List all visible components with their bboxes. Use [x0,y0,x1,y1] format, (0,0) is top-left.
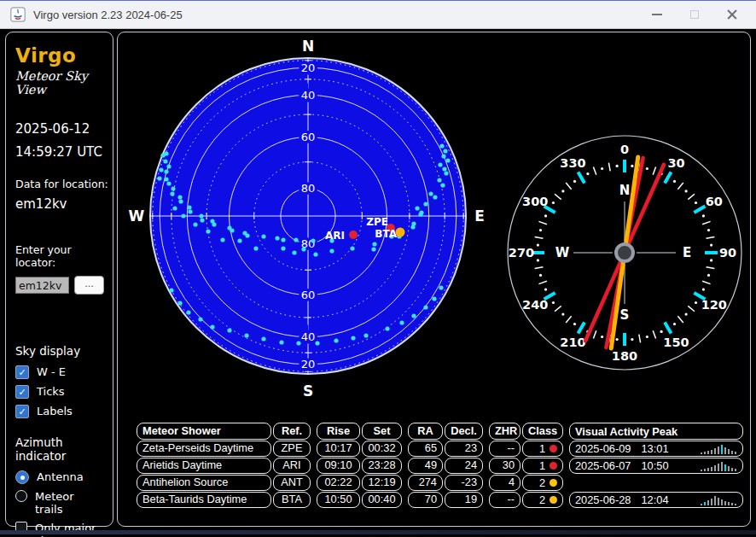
locator-input[interactable] [15,277,69,294]
meteor-trail-dot [170,191,174,196]
option-label: Labels [37,405,73,417]
meteor-trail-dot [292,250,296,254]
table-cell: 10:17 [317,441,360,457]
compass-minor-tick [555,306,561,311]
locator-row: ... [15,276,113,295]
checkbox-checked-icon[interactable]: ✓ [15,405,29,418]
close-button[interactable] [713,1,751,28]
compass-major-tick [694,207,705,213]
locator-entry-label: Enter your locator: [15,243,113,269]
meteor-trail-dot [237,238,241,242]
checkbox-labels[interactable]: ✓Labels [15,405,113,418]
column-header-class: Class [522,423,563,440]
meteor-trail-dot [433,195,437,199]
compass-minor-tick [702,281,710,283]
class-color-dot [550,479,557,487]
meteor-trail-dot [439,143,444,148]
radiant-label-BTA: BTA [375,228,397,240]
compass-hub [616,244,633,261]
checkbox-checked-icon[interactable]: ✓ [15,385,29,399]
meteor-trail-dot [177,301,182,305]
shower-row-ANT[interactable]: Antihelion SourceANT02:2212:19274-2342 [137,475,748,491]
table-cell: -- [489,441,520,457]
compass-minor-dot [685,190,688,192]
column-header-ra: RA [408,423,443,440]
compass-minor-dot [552,201,555,204]
activity-sparkline [701,494,738,505]
shower-row-ZPE[interactable]: Zeta-Perseids DaytimeZPE10:1700:326523--… [137,441,748,457]
meteor-trail-dot [193,222,197,226]
compass-minor-dot [539,274,542,277]
compass-minor-dot [707,274,710,277]
table-cell: BTA [273,492,311,508]
maximize-button[interactable] [676,1,713,28]
meteor-trail-dot [411,221,416,225]
meteor-trail-dot [438,162,442,166]
compass-minor-dot [544,214,547,217]
peak-time: 12:04 [641,493,668,507]
compass-minor-dot [573,180,576,183]
meteor-trail-dot [164,177,168,181]
meteor-trail-dot [199,213,203,218]
maximize-icon [690,10,699,19]
app-window: Virgo version 2.23 2024-06-25 Virgo Mete… [0,0,756,537]
table-cell: 2025-06-0710:50 [569,458,743,474]
meteor-trail-dot [261,336,265,341]
column-header-decl: Decl. [445,423,483,440]
meteor-trail-dot [164,151,168,155]
peak-time: 10:50 [641,459,668,473]
table-cell: 2025-06-2812:04 [569,492,743,508]
elevation-label-60: 60 [301,289,316,301]
class-color-dot [550,445,557,452]
radio-selected-icon[interactable] [15,470,29,484]
meteor-trail-dot [301,247,305,251]
compass-minor-dot [616,338,619,341]
table-cell: 00:32 [362,441,402,457]
radio-unselected-icon[interactable] [15,490,27,502]
radiant-label-ARI: ARI [325,230,345,242]
table-cell: -- [489,492,520,508]
meteor-trail-dot [206,229,210,233]
meteor-trail-dot [169,288,173,292]
meteor-trail-dot [166,181,171,185]
checkbox-ticks[interactable]: ✓Ticks [15,385,113,399]
meteor-trail-dot [244,333,248,337]
table-cell: ZPE [273,441,311,457]
meteor-trail-dot [363,333,368,337]
meteor-trail-dot [294,237,298,242]
shower-row-BTA[interactable]: Beta-Taurids DaytimeBTA10:5000:407019--2… [137,492,748,508]
meteor-trail-dot [313,252,317,256]
meteor-trail-dot [253,246,258,250]
compass-major-tick [665,172,672,184]
option-label: Only major showers [35,522,105,537]
minimize-button[interactable] [638,1,676,28]
table-cell: 65 [408,441,443,457]
radio-meteor-trails[interactable]: Meteor trails [15,490,113,516]
table-cell: 1 [522,441,563,457]
browse-button[interactable]: ... [74,276,104,295]
checkbox-w-e[interactable]: ✓W - E [15,365,113,379]
peak-date: 2025-06-07 [575,459,631,473]
meteor-trail-dot [442,166,446,171]
table-cell: 02:22 [317,475,360,491]
compass-cardinal-W: W [555,245,570,260]
compass-cardinal-N: N [619,183,631,198]
table-cell: Arietids Daytime [137,458,271,474]
table-cell: 00:40 [362,492,402,508]
meteor-trail-dot [350,246,354,250]
checkbox-checked-icon[interactable]: ✓ [15,365,29,379]
compass-minor-dot [695,201,697,204]
checkbox-only-major-showers[interactable]: Only major showers [15,522,113,537]
radio-antenna[interactable]: Antenna [15,470,113,484]
meteor-trail-dot [198,317,202,321]
meteor-trail-dot [281,246,285,250]
meteor-trail-dot [399,320,404,324]
table-header-row: Meteor ShowerRef.RiseSetRADecl.ZHRClassV… [137,423,748,440]
compass-degree-label-330: 330 [560,156,585,170]
compass-major-tick [665,322,672,333]
table-cell: Beta-Taurids Daytime [137,492,271,508]
minimize-icon [652,14,662,15]
shower-row-ARI[interactable]: Arietids DaytimeARI09:1023:2849243012025… [137,458,748,474]
table-cell: 70 [408,492,443,508]
meteor-trail-dot [187,205,191,209]
